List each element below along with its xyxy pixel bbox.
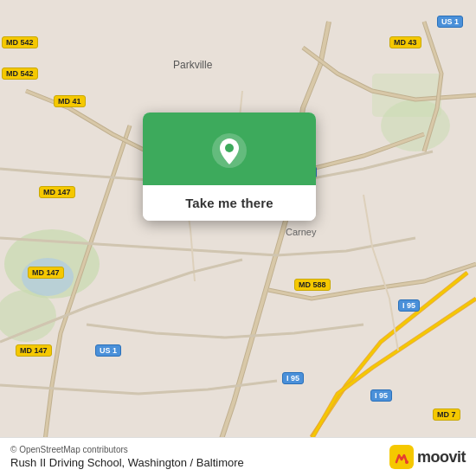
location-name: Rush II Driving School, Washington / Bal… [10, 456, 244, 469]
svg-point-9 [405, 460, 408, 464]
take-me-there-button[interactable]: Take me there [143, 185, 316, 221]
map-container: Parkville Carney US 1 MD 542 MD 43 MD 54… [0, 0, 476, 476]
svg-point-7 [225, 144, 234, 152]
svg-rect-8 [389, 445, 414, 469]
bottom-bar: © OpenStreetMap contributors Rush II Dri… [0, 437, 476, 476]
svg-rect-4 [372, 74, 441, 117]
moovit-icon [389, 445, 414, 469]
moovit-logo: moovit [389, 445, 466, 469]
bottom-info: © OpenStreetMap contributors Rush II Dri… [10, 445, 244, 469]
popup-green-area [143, 113, 316, 185]
copyright-text: © OpenStreetMap contributors [10, 445, 244, 454]
location-pin-icon [210, 132, 248, 170]
svg-point-5 [22, 258, 74, 296]
moovit-text: moovit [417, 448, 466, 466]
popup-card: Take me there [143, 113, 316, 221]
map-background [0, 0, 476, 476]
